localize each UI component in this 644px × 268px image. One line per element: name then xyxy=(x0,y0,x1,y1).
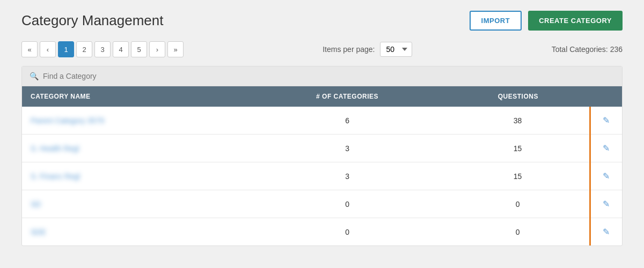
page-5-button[interactable]: 5 xyxy=(131,41,147,57)
header: Category Management IMPORT CREATE CATEGO… xyxy=(21,11,623,31)
edit-button[interactable]: ✎ xyxy=(599,142,613,154)
items-per-page-select[interactable]: 10 25 50 100 xyxy=(380,42,412,57)
import-button[interactable]: IMPORT xyxy=(470,11,522,31)
edit-cell: ✎ xyxy=(590,107,622,135)
categories-table: CATEGORY NAME # OF CATEGORIES QUESTIONS … xyxy=(22,86,622,245)
page-title: Category Management xyxy=(21,12,163,29)
table-row: SD00✎ xyxy=(22,190,622,218)
page-3-button[interactable]: 3 xyxy=(94,41,111,57)
header-buttons: IMPORT CREATE CATEGORY xyxy=(470,11,623,31)
page-2-button[interactable]: 2 xyxy=(76,41,92,57)
num-categories-cell: 3 xyxy=(248,135,447,162)
page-next-button[interactable]: › xyxy=(149,41,165,57)
search-input[interactable] xyxy=(43,72,204,80)
num-categories-cell: 0 xyxy=(248,218,447,246)
questions-cell: 38 xyxy=(447,107,590,135)
table-container: 🔍 CATEGORY NAME # OF CATEGORIES QUESTION… xyxy=(21,66,623,246)
edit-button[interactable]: ✎ xyxy=(599,114,613,126)
table-row: S. Financ Regl315✎ xyxy=(22,162,622,190)
questions-cell: 15 xyxy=(447,135,590,162)
items-per-page-label: Items per page: xyxy=(323,45,375,54)
page-first-button[interactable]: « xyxy=(21,41,38,57)
num-categories-cell: 3 xyxy=(248,162,447,190)
col-header-name: CATEGORY NAME xyxy=(22,86,248,107)
questions-cell: 15 xyxy=(447,162,590,190)
num-categories-cell: 0 xyxy=(248,190,447,218)
page-1-button[interactable]: 1 xyxy=(58,41,74,57)
edit-cell: ✎ xyxy=(590,135,622,162)
table-row: S. Health Regl315✎ xyxy=(22,135,622,162)
num-categories-cell: 6 xyxy=(248,107,447,135)
search-bar: 🔍 xyxy=(22,66,622,86)
pagination-row: « ‹ 1 2 3 4 5 › » Items per page: 10 25 … xyxy=(21,41,623,57)
edit-button[interactable]: ✎ xyxy=(599,198,613,210)
category-name-cell: SD xyxy=(22,190,248,218)
table-row: Parent Category 3579638✎ xyxy=(22,107,622,135)
category-name-cell: S. Health Regl xyxy=(22,135,248,162)
col-header-num-categories: # OF CATEGORIES xyxy=(248,86,447,107)
search-icon: 🔍 xyxy=(30,72,39,80)
edit-button[interactable]: ✎ xyxy=(599,170,613,182)
page-last-button[interactable]: » xyxy=(167,41,184,57)
page-prev-button[interactable]: ‹ xyxy=(40,41,56,57)
questions-cell: 0 xyxy=(447,190,590,218)
edit-cell: ✎ xyxy=(590,190,622,218)
create-category-button[interactable]: CREATE CATEGORY xyxy=(528,11,623,31)
questions-cell: 0 xyxy=(447,218,590,246)
table-header-row: CATEGORY NAME # OF CATEGORIES QUESTIONS xyxy=(22,86,622,107)
page-4-button[interactable]: 4 xyxy=(113,41,129,57)
category-name-cell: SDE xyxy=(22,218,248,246)
col-header-actions xyxy=(590,86,622,107)
category-name-cell: Parent Category 3579 xyxy=(22,107,248,135)
total-categories-label: Total Categories: 236 xyxy=(552,45,623,54)
table-row: SDE00✎ xyxy=(22,218,622,246)
page-wrapper: Category Management IMPORT CREATE CATEGO… xyxy=(0,0,644,268)
pagination: « ‹ 1 2 3 4 5 › » xyxy=(21,41,184,57)
edit-cell: ✎ xyxy=(590,218,622,246)
edit-button[interactable]: ✎ xyxy=(599,226,613,238)
edit-cell: ✎ xyxy=(590,162,622,190)
category-name-cell: S. Financ Regl xyxy=(22,162,248,190)
items-per-page-section: Items per page: 10 25 50 100 xyxy=(323,42,412,57)
col-header-questions: QUESTIONS xyxy=(447,86,590,107)
